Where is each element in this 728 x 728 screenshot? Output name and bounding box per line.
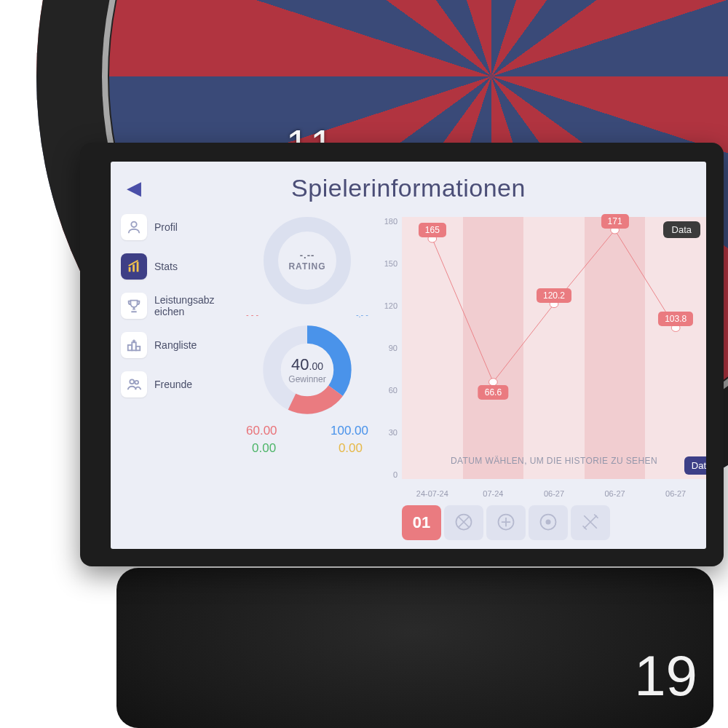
stat-green: 0.00: [242, 441, 307, 456]
sidebar-item-label: Leistungsabz eichen: [154, 294, 215, 317]
target-x-icon: [454, 512, 474, 534]
x-tick[interactable]: 06-27: [523, 489, 585, 498]
svg-point-0: [131, 222, 136, 227]
y-tick: 0: [380, 470, 397, 479]
sidebar-item-leistungsabzeichen[interactable]: Leistungsabz eichen: [121, 293, 236, 319]
x-tick[interactable]: 07-24: [463, 489, 524, 498]
x-tick[interactable]: 24-07-24: [402, 489, 463, 498]
y-tick: 120: [380, 301, 397, 310]
y-tick: 90: [380, 344, 397, 352]
y-tick: 180: [380, 217, 397, 226]
chart-point-label: 171: [601, 214, 629, 229]
donut-sublabel: Gewinner: [288, 374, 325, 384]
rating-value: -.--: [300, 250, 315, 261]
stand-number: 19: [634, 643, 697, 709]
back-button[interactable]: ◀: [127, 177, 141, 199]
winner-donut: 40.00 Gewinner: [261, 323, 354, 416]
svg-rect-1: [129, 267, 131, 272]
history-chart[interactable]: 1801501209060300 DATUM WÄHLEN, UM DIE HI…: [380, 214, 706, 489]
plus-circle-icon: [496, 512, 516, 534]
bullseye-icon: [538, 512, 558, 534]
svg-point-7: [130, 379, 134, 384]
mode-target-button[interactable]: [444, 505, 483, 540]
rating-ring: -.-- RATING: [264, 217, 351, 304]
stat-yellow: 0.00: [307, 441, 373, 456]
friends-icon: [121, 371, 147, 397]
svg-rect-5: [128, 345, 132, 350]
sidebar-item-label: Freunde: [154, 379, 192, 390]
trophy-icon: [121, 293, 147, 319]
chart-point-label: 165: [419, 223, 446, 237]
rating-column: -.-- RATING - - - -.- - 40.00: [242, 214, 373, 549]
dartboard-stand: 19: [116, 568, 713, 728]
mode-bullseye-button[interactable]: [529, 505, 568, 540]
svg-point-8: [135, 381, 138, 384]
sidebar-item-stats[interactable]: Stats: [121, 253, 236, 280]
donut-value: 40.00: [291, 355, 323, 374]
sidebar-item-freunde[interactable]: Freunde: [121, 371, 236, 397]
sidebar-item-label: Stats: [154, 261, 178, 272]
app-screen: ◀ Spielerinformationen Profil: [111, 162, 706, 549]
mode-01-button[interactable]: 01: [402, 505, 441, 540]
svg-rect-2: [132, 264, 135, 272]
svg-rect-6: [136, 347, 141, 351]
mode-plus-button[interactable]: [486, 505, 526, 540]
sidebar-item-label: Rangliste: [154, 339, 197, 351]
donut-stats-grid: 60.00 100.00 0.00 0.00: [242, 424, 373, 456]
x-tick[interactable]: 06-27: [585, 489, 646, 498]
person-icon: [121, 214, 147, 240]
chart-point-label: 66.6: [478, 385, 508, 400]
tablet-frame: ◀ Spielerinformationen Profil: [80, 143, 724, 566]
chart-x-axis: 24-07-2407-2406-2706-2706-27: [380, 489, 706, 498]
y-tick: 150: [380, 259, 397, 268]
chart-plot[interactable]: DATUM WÄHLEN, UM DIE HISTORIE ZU SEHEN D…: [402, 217, 706, 479]
rating-left-dash: - - -: [246, 310, 258, 319]
chart-point-label: 103.8: [658, 312, 693, 326]
mode-darts-button[interactable]: [571, 505, 610, 540]
x-tick[interactable]: 06-27: [645, 489, 706, 498]
growth-chart-icon: [121, 253, 147, 280]
rating-dash-row: - - - -.- -: [242, 310, 373, 323]
darts-cross-icon: [580, 512, 601, 534]
podium-icon: [121, 332, 147, 358]
sidebar: Profil Stats: [111, 214, 242, 549]
chart-y-axis: 1801501209060300: [380, 214, 402, 489]
svg-point-20: [546, 519, 551, 524]
svg-rect-3: [137, 262, 139, 272]
y-tick: 60: [380, 386, 397, 395]
rating-right-dash: -.- -: [356, 310, 368, 319]
stat-red: 60.00: [242, 424, 307, 438]
sidebar-item-profil[interactable]: Profil: [121, 214, 236, 240]
sidebar-item-label: Profil: [154, 221, 178, 233]
page-title: Spielerinformationen: [111, 174, 706, 202]
y-tick: 30: [380, 428, 397, 437]
sidebar-item-rangliste[interactable]: Rangliste: [121, 332, 236, 358]
chart-column: 1801501209060300 DATUM WÄHLEN, UM DIE HI…: [373, 214, 706, 549]
stat-blue: 100.00: [307, 424, 373, 438]
chart-point-label: 120.2: [537, 288, 571, 303]
mode-label: 01: [413, 513, 430, 532]
rating-label: RATING: [288, 261, 325, 272]
game-mode-bar: 01: [402, 505, 706, 540]
